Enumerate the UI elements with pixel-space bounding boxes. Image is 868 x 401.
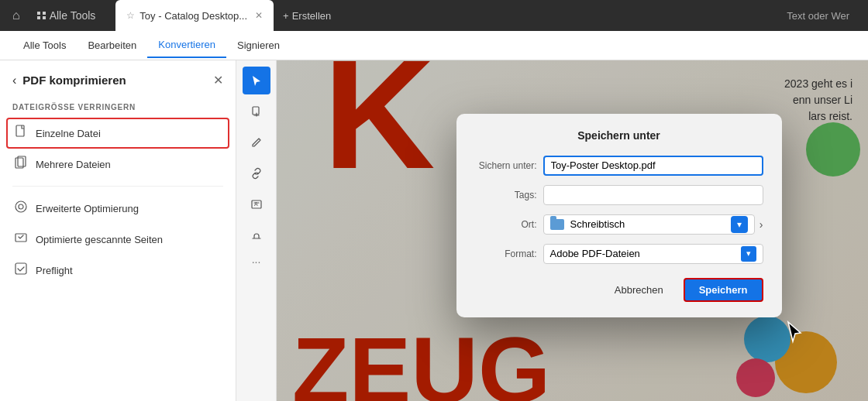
preflight-icon	[14, 262, 28, 279]
format-label: Format:	[475, 248, 537, 259]
divider	[12, 186, 223, 187]
toolbar-strip: A ···	[236, 60, 277, 401]
menu-konvertieren[interactable]: Konvertieren	[147, 33, 226, 58]
svg-text:A: A	[254, 201, 258, 207]
filename-label: Sichern unter:	[475, 160, 537, 171]
tags-row: Tags:	[475, 185, 763, 205]
save-dialog: Speichern unter Sichern unter: Tags: Ort…	[456, 114, 782, 317]
sidebar-item-preflight[interactable]: Preflight	[0, 255, 236, 286]
menu-bar: Alle Tools Bearbeiten Konvertieren Signi…	[0, 31, 868, 60]
multiple-files-icon	[14, 156, 28, 173]
advanced-optimization-icon	[14, 200, 28, 217]
apps-label: Alle Tools	[50, 9, 96, 22]
back-button[interactable]: ‹	[12, 74, 16, 87]
save-button[interactable]: Speichern	[684, 278, 763, 302]
main-layout: ‹ PDF komprimieren ✕ DATEIGRÖSSE VERRING…	[0, 60, 868, 401]
content-area: K ZEUG 2023 geht es i enn unser Li lars …	[277, 60, 868, 401]
tags-label: Tags:	[475, 190, 537, 200]
add-tool[interactable]	[243, 98, 270, 125]
format-chevron-icon: ▾	[741, 246, 756, 262]
scanned-icon	[14, 231, 28, 248]
location-label: Ort:	[475, 219, 537, 230]
new-tab-button[interactable]: + Erstellen	[274, 0, 340, 31]
sidebar-item-advanced-optimization[interactable]: Erweiterte Optimierung	[0, 193, 236, 224]
multiple-files-label: Mehrere Dateien	[36, 159, 111, 170]
single-file-icon	[14, 125, 28, 142]
section-label: DATEIGRÖSSE VERRINGERN	[0, 97, 236, 118]
sidebar: ‹ PDF komprimieren ✕ DATEIGRÖSSE VERRING…	[0, 60, 236, 401]
apps-grid-icon	[37, 12, 46, 19]
dialog-title: Speichern unter	[475, 129, 763, 142]
location-select-area: Schreibtisch ▾ ›	[543, 214, 763, 235]
filename-input[interactable]	[543, 156, 763, 176]
preflight-label: Preflight	[36, 265, 73, 276]
sidebar-title: PDF komprimieren	[22, 74, 207, 87]
svg-rect-6	[16, 263, 26, 274]
menu-bearbeiten[interactable]: Bearbeiten	[77, 33, 147, 57]
location-row: Ort: Schreibtisch ▾ ›	[475, 214, 763, 235]
link-tool[interactable]	[243, 159, 270, 187]
location-select[interactable]: Schreibtisch ▾	[543, 214, 755, 235]
search-area: Text oder Wer	[787, 10, 862, 22]
select-tool[interactable]	[243, 67, 270, 94]
tab-title: Toy - Catalog Desktop...	[140, 10, 247, 22]
scanned-label: Optimierte gescannte Seiten	[36, 234, 163, 245]
apps-menu[interactable]: Alle Tools	[33, 6, 101, 25]
svg-point-3	[16, 201, 26, 212]
home-button[interactable]: ⌂	[6, 5, 26, 26]
sidebar-item-scanned[interactable]: Optimierte gescannte Seiten	[0, 224, 236, 255]
top-bar: ⌂ Alle Tools ☆ Toy - Catalog Desktop... …	[0, 0, 868, 31]
tags-input[interactable]	[543, 185, 763, 205]
dialog-buttons: Abbrechen Speichern	[475, 278, 763, 302]
format-select[interactable]: Adobe PDF-Dateien ▾	[543, 244, 763, 264]
format-value: Adobe PDF-Dateien	[550, 248, 640, 259]
filename-row: Sichern unter:	[475, 156, 763, 176]
sidebar-header: ‹ PDF komprimieren ✕	[0, 73, 236, 97]
sidebar-item-multiple-files[interactable]: Mehrere Dateien	[0, 149, 236, 180]
svg-point-4	[19, 204, 23, 209]
active-tab[interactable]: ☆ Toy - Catalog Desktop... ✕	[115, 0, 274, 31]
location-chevron-icon: ▾	[731, 216, 748, 233]
single-file-label: Einzelne Datei	[36, 128, 101, 139]
sidebar-close-button[interactable]: ✕	[213, 73, 223, 87]
text-tool[interactable]: A	[243, 190, 270, 218]
edit-tool[interactable]	[243, 129, 270, 156]
menu-signieren[interactable]: Signieren	[226, 33, 291, 57]
format-row: Format: Adobe PDF-Dateien ▾	[475, 244, 763, 264]
folder-icon	[550, 219, 564, 230]
stamp-tool[interactable]	[243, 221, 270, 249]
tab-star-icon[interactable]: ☆	[126, 10, 135, 21]
dialog-overlay: Speichern unter Sichern unter: Tags: Ort…	[277, 60, 868, 401]
svg-rect-0	[16, 125, 24, 136]
svg-rect-7	[253, 107, 259, 115]
cancel-button[interactable]: Abbrechen	[602, 278, 676, 302]
menu-alle-tools[interactable]: Alle Tools	[12, 33, 77, 57]
tab-close-button[interactable]: ✕	[255, 10, 263, 21]
tab-area: ☆ Toy - Catalog Desktop... ✕ + Erstellen	[115, 0, 780, 31]
advanced-optimization-label: Erweiterte Optimierung	[36, 203, 139, 214]
plus-icon: +	[283, 10, 289, 22]
more-tools-button[interactable]: ···	[252, 255, 261, 268]
expand-chevron-icon[interactable]: ›	[760, 218, 763, 231]
location-value: Schreibtisch	[570, 218, 625, 230]
sidebar-item-single-file[interactable]: Einzelne Datei	[6, 118, 229, 149]
